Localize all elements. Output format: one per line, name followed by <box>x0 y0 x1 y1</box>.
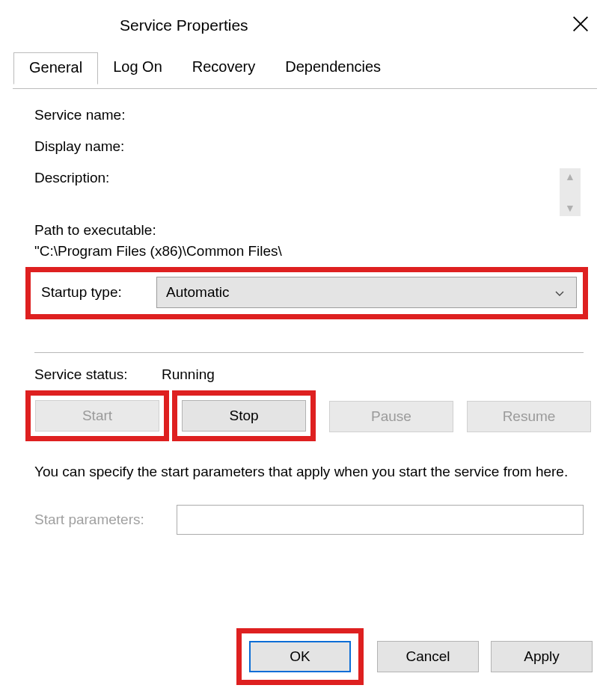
stop-button[interactable]: Stop <box>182 400 306 432</box>
scroll-up-icon[interactable]: ▲ <box>565 171 575 182</box>
stop-button-highlight: Stop <box>172 390 316 441</box>
description-scrollbar[interactable]: ▲ ▼ <box>560 168 581 216</box>
pause-button: Pause <box>329 401 453 432</box>
startup-type-highlight: Startup type: Automatic <box>25 267 588 319</box>
tab-strip: General Log On Recovery Dependencies <box>13 52 606 85</box>
tab-recovery[interactable]: Recovery <box>177 52 270 85</box>
start-parameters-label: Start parameters: <box>34 512 177 528</box>
chevron-down-icon <box>554 286 566 298</box>
divider <box>34 352 584 353</box>
apply-button[interactable]: Apply <box>491 641 593 672</box>
cancel-button[interactable]: Cancel <box>377 641 479 672</box>
start-button-highlight: Start <box>25 390 169 441</box>
service-status-value: Running <box>162 366 215 383</box>
startup-type-dropdown[interactable]: Automatic <box>156 277 577 308</box>
start-button: Start <box>35 400 159 432</box>
tab-general[interactable]: General <box>13 52 98 85</box>
tab-divider <box>13 88 597 89</box>
resume-button: Resume <box>467 401 591 432</box>
tab-dependencies[interactable]: Dependencies <box>270 52 396 85</box>
display-name-label: Display name: <box>34 138 162 155</box>
ok-button-highlight: OK <box>236 628 364 685</box>
start-parameters-help: You can specify the start parameters tha… <box>34 461 584 482</box>
service-status-label: Service status: <box>34 366 162 383</box>
startup-type-value: Automatic <box>166 284 229 301</box>
startup-type-label: Startup type: <box>37 284 156 301</box>
path-label: Path to executable: <box>34 222 584 239</box>
service-name-label: Service name: <box>34 107 162 123</box>
window-title: Service Properties <box>120 16 248 34</box>
start-parameters-input <box>177 505 584 535</box>
scroll-down-icon[interactable]: ▼ <box>565 203 575 213</box>
description-label: Description: <box>34 170 162 186</box>
tab-logon[interactable]: Log On <box>98 52 177 85</box>
close-icon[interactable] <box>570 13 591 34</box>
path-value: "C:\Program Files (x86)\Common Files\ <box>34 243 584 260</box>
ok-button[interactable]: OK <box>249 641 351 672</box>
